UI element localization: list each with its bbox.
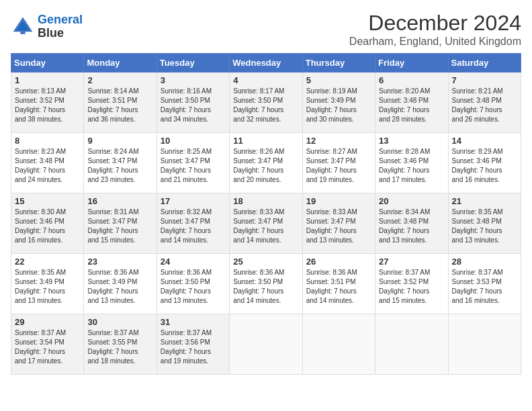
calendar-cell: 30Sunrise: 8:37 AMSunset: 3:55 PMDayligh… [84,314,157,375]
day-number: 3 [161,75,226,85]
day-number: 12 [306,136,371,146]
day-number: 8 [15,136,80,146]
logo-text: General Blue [38,13,83,40]
header-row: Sunday Monday Tuesday Wednesday Thursday… [11,54,521,73]
day-info: Sunrise: 8:37 AMSunset: 3:52 PMDaylight:… [379,268,444,306]
calendar-week-5: 29Sunrise: 8:37 AMSunset: 3:54 PMDayligh… [11,314,521,375]
calendar-cell [375,314,448,375]
calendar-cell: 2Sunrise: 8:14 AMSunset: 3:51 PMDaylight… [84,73,157,133]
day-info: Sunrise: 8:14 AMSunset: 3:51 PMDaylight:… [87,87,152,124]
calendar-cell: 15Sunrise: 8:30 AMSunset: 3:46 PMDayligh… [11,193,84,254]
calendar-week-2: 8Sunrise: 8:23 AMSunset: 3:48 PMDaylight… [11,133,521,193]
location: Dearham, England, United Kingdom [349,36,521,48]
day-number: 19 [306,196,371,206]
day-number: 17 [161,196,226,206]
day-info: Sunrise: 8:36 AMSunset: 3:50 PMDaylight:… [233,268,298,306]
calendar-cell: 19Sunrise: 8:33 AMSunset: 3:47 PMDayligh… [302,193,375,254]
day-number: 26 [306,257,371,267]
calendar-cell: 31Sunrise: 8:37 AMSunset: 3:56 PMDayligh… [157,314,229,375]
calendar-cell: 18Sunrise: 8:33 AMSunset: 3:47 PMDayligh… [230,193,302,254]
day-number: 15 [15,196,80,206]
calendar-cell: 1Sunrise: 8:13 AMSunset: 3:52 PMDaylight… [11,73,84,133]
calendar-cell: 26Sunrise: 8:36 AMSunset: 3:51 PMDayligh… [302,254,375,314]
calendar-cell: 28Sunrise: 8:37 AMSunset: 3:53 PMDayligh… [448,254,521,314]
day-info: Sunrise: 8:23 AMSunset: 3:48 PMDaylight:… [15,147,80,185]
day-info: Sunrise: 8:35 AMSunset: 3:49 PMDaylight:… [15,268,80,306]
day-info: Sunrise: 8:36 AMSunset: 3:50 PMDaylight:… [161,268,226,306]
calendar-cell: 24Sunrise: 8:36 AMSunset: 3:50 PMDayligh… [157,254,229,314]
day-number: 14 [452,136,517,146]
day-info: Sunrise: 8:13 AMSunset: 3:52 PMDaylight:… [15,87,80,124]
day-info: Sunrise: 8:35 AMSunset: 3:48 PMDaylight:… [452,208,517,245]
day-info: Sunrise: 8:34 AMSunset: 3:48 PMDaylight:… [379,208,444,245]
calendar-cell: 7Sunrise: 8:21 AMSunset: 3:48 PMDaylight… [448,73,521,133]
day-number: 31 [161,317,226,327]
day-number: 9 [87,136,152,146]
day-info: Sunrise: 8:29 AMSunset: 3:46 PMDaylight:… [452,147,517,185]
day-number: 28 [452,257,517,267]
calendar-cell: 21Sunrise: 8:35 AMSunset: 3:48 PMDayligh… [448,193,521,254]
col-tuesday: Tuesday [157,54,229,73]
calendar-cell: 12Sunrise: 8:27 AMSunset: 3:47 PMDayligh… [302,133,375,193]
day-info: Sunrise: 8:26 AMSunset: 3:47 PMDaylight:… [233,147,298,185]
month-title: December 2024 [349,11,521,36]
day-number: 2 [87,75,152,85]
calendar-cell: 14Sunrise: 8:29 AMSunset: 3:46 PMDayligh… [448,133,521,193]
day-number: 25 [233,257,298,267]
logo: General Blue [11,13,83,40]
day-info: Sunrise: 8:16 AMSunset: 3:50 PMDaylight:… [161,87,226,124]
calendar-week-4: 22Sunrise: 8:35 AMSunset: 3:49 PMDayligh… [11,254,521,314]
day-info: Sunrise: 8:27 AMSunset: 3:47 PMDaylight:… [306,147,371,185]
day-info: Sunrise: 8:36 AMSunset: 3:51 PMDaylight:… [306,268,371,306]
calendar-cell: 13Sunrise: 8:28 AMSunset: 3:46 PMDayligh… [375,133,448,193]
day-number: 20 [379,196,444,206]
day-info: Sunrise: 8:17 AMSunset: 3:50 PMDaylight:… [233,87,298,124]
calendar-cell: 10Sunrise: 8:25 AMSunset: 3:47 PMDayligh… [157,133,229,193]
day-number: 10 [161,136,226,146]
calendar-cell: 29Sunrise: 8:37 AMSunset: 3:54 PMDayligh… [11,314,84,375]
calendar-cell [230,314,302,375]
day-info: Sunrise: 8:32 AMSunset: 3:47 PMDaylight:… [161,208,226,245]
day-info: Sunrise: 8:20 AMSunset: 3:48 PMDaylight:… [379,87,444,124]
day-number: 29 [15,317,80,327]
calendar-cell: 27Sunrise: 8:37 AMSunset: 3:52 PMDayligh… [375,254,448,314]
day-info: Sunrise: 8:37 AMSunset: 3:54 PMDaylight:… [15,328,80,366]
day-info: Sunrise: 8:33 AMSunset: 3:47 PMDaylight:… [233,208,298,245]
title-block: December 2024 Dearham, England, United K… [349,11,521,48]
calendar-cell: 22Sunrise: 8:35 AMSunset: 3:49 PMDayligh… [11,254,84,314]
calendar-cell: 16Sunrise: 8:31 AMSunset: 3:47 PMDayligh… [84,193,157,254]
day-number: 24 [161,257,226,267]
calendar-cell: 9Sunrise: 8:24 AMSunset: 3:47 PMDaylight… [84,133,157,193]
day-number: 7 [452,75,517,85]
day-info: Sunrise: 8:33 AMSunset: 3:47 PMDaylight:… [306,208,371,245]
day-number: 11 [233,136,298,146]
calendar-cell [302,314,375,375]
day-info: Sunrise: 8:37 AMSunset: 3:53 PMDaylight:… [452,268,517,306]
col-monday: Monday [84,54,157,73]
col-wednesday: Wednesday [230,54,302,73]
day-info: Sunrise: 8:37 AMSunset: 3:55 PMDaylight:… [87,328,152,366]
day-info: Sunrise: 8:25 AMSunset: 3:47 PMDaylight:… [161,147,226,185]
day-number: 21 [452,196,517,206]
calendar-cell: 8Sunrise: 8:23 AMSunset: 3:48 PMDaylight… [11,133,84,193]
calendar-cell: 11Sunrise: 8:26 AMSunset: 3:47 PMDayligh… [230,133,302,193]
day-number: 6 [379,75,444,85]
day-number: 30 [87,317,152,327]
calendar-cell: 17Sunrise: 8:32 AMSunset: 3:47 PMDayligh… [157,193,229,254]
day-number: 13 [379,136,444,146]
calendar-cell: 23Sunrise: 8:36 AMSunset: 3:49 PMDayligh… [84,254,157,314]
day-number: 1 [15,75,80,85]
day-info: Sunrise: 8:30 AMSunset: 3:46 PMDaylight:… [15,208,80,245]
calendar-cell: 3Sunrise: 8:16 AMSunset: 3:50 PMDaylight… [157,73,229,133]
day-info: Sunrise: 8:37 AMSunset: 3:56 PMDaylight:… [161,328,226,366]
calendar-cell: 20Sunrise: 8:34 AMSunset: 3:48 PMDayligh… [375,193,448,254]
day-info: Sunrise: 8:36 AMSunset: 3:49 PMDaylight:… [87,268,152,306]
page-header: General Blue December 2024 Dearham, Engl… [11,11,521,48]
day-number: 16 [87,196,152,206]
calendar-cell: 4Sunrise: 8:17 AMSunset: 3:50 PMDaylight… [230,73,302,133]
day-number: 18 [233,196,298,206]
day-number: 22 [15,257,80,267]
calendar-table: Sunday Monday Tuesday Wednesday Thursday… [11,53,521,375]
day-number: 5 [306,75,371,85]
calendar-week-1: 1Sunrise: 8:13 AMSunset: 3:52 PMDaylight… [11,73,521,133]
